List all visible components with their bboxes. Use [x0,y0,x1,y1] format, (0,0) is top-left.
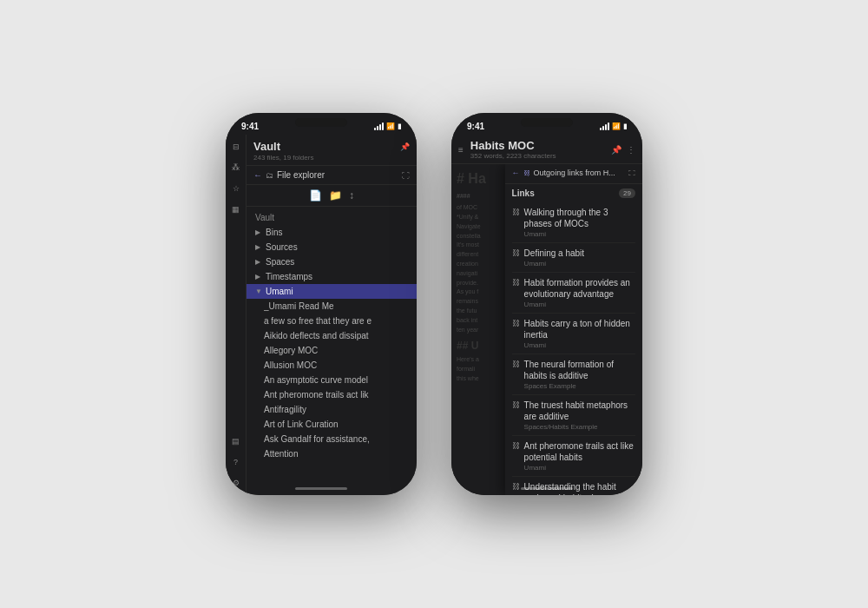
chevron-sources: ▶ [255,243,262,251]
wifi-icon: 📶 [386,122,395,130]
pin-icon[interactable]: 📌 [400,142,410,151]
moc-more-icon[interactable]: ⋮ [627,145,635,155]
link-info-2: Habit formation provides an evolutionary… [524,277,635,308]
moc-actions: 📌 ⋮ [611,145,635,155]
link-item-1[interactable]: ⛓ Defining a habit Umami [512,243,635,273]
link-item-2[interactable]: ⛓ Habit formation provides an evolutiona… [512,273,635,314]
moc-menu-icon[interactable]: ≡ [458,145,464,155]
allegory-label: Allegory MOC [264,346,408,355]
tree-folder-umami[interactable]: ▼ Umami [247,284,417,299]
allusion-label: Allusion MOC [264,360,408,370]
tree-file-umami-readme[interactable]: _Umami Read Me [247,299,417,314]
links-list: ⛓ Walking through the 3 phases of MOCs U… [505,202,642,495]
links-back-row[interactable]: ← ⛓ Outgoing links from H... ⛶ [512,169,635,177]
link-chain-icon-3: ⛓ [512,319,520,349]
link-chain-icon-2: ⛓ [512,278,520,308]
sidebar-icon-gallery[interactable]: ▤ [229,434,243,448]
new-folder-button[interactable]: 📁 [329,189,342,202]
askgandalf-label: Ask Gandalf for assistance, [264,434,408,444]
phone-1: 9:41 📶 ▮ ⊟ ⁂ ☆ [226,113,417,495]
links-expand-icon[interactable]: ⛶ [628,169,635,177]
scene: 9:41 📶 ▮ ⊟ ⁂ ☆ [0,0,868,608]
sidebar-icon-layout[interactable]: ▦ [229,202,243,216]
sidebar-icon-help[interactable]: ? [229,455,243,469]
link-source-6: Umami [524,464,635,472]
umami-readme-label: _Umami Read Me [264,301,408,311]
attention-label: Attention [264,449,408,459]
link-title-3: Habits carry a ton of hidden inertia [524,318,635,340]
tree-vault-root: Vault [247,210,417,225]
status-bar-2: 9:41 📶 ▮ [451,113,642,135]
tree-file-asymptotic[interactable]: An asymptotic curve model [247,373,417,387]
links-chain-icon: ⛓ [523,169,530,177]
explorer-header: ← 🗂 File explorer ⛶ [247,166,417,185]
status-time-1: 9:41 [241,122,259,131]
link-chain-icon-5: ⛓ [512,400,520,431]
home-indicator-2 [521,487,573,490]
tree-folder-spaces[interactable]: ▶ Spaces [247,254,417,269]
link-item-3[interactable]: ⛓ Habits carry a ton of hidden inertia U… [512,314,635,354]
fewsofree-label: a few so free that they are e [264,316,408,326]
link-title-1: Defining a habit [524,248,635,259]
sidebar-icon-settings[interactable]: ⚙ [229,476,243,490]
link-chain-icon-6: ⛓ [512,441,520,472]
moc-pin-icon[interactable]: 📌 [611,145,621,155]
file-panel: Vault 📌 243 files, 19 folders ← 🗂 File e… [247,135,417,495]
links-section-label: Links [512,188,535,198]
new-note-button[interactable]: 📄 [309,189,322,202]
link-title-2: Habit formation provides an evolutionary… [524,277,635,300]
link-chain-icon-7: ⛓ [512,482,520,495]
link-source-1: Umami [524,260,635,268]
link-chain-icon-4: ⛓ [512,360,520,390]
link-source-0: Umami [524,230,635,238]
link-title-5: The truest habit metaphors are additive [524,400,635,422]
wifi-icon-2: 📶 [612,122,621,130]
folder-icon: 🗂 [266,171,273,180]
link-info-6: Ant pheromone trails act like potential … [524,440,635,472]
artoflink-label: Art of Link Curation [264,420,408,429]
sidebar-icon-graph[interactable]: ⁂ [229,161,243,175]
sources-label: Sources [266,242,408,252]
tree-file-allusion[interactable]: Allusion MOC [247,358,417,373]
sidebar-icon-search[interactable]: ⊟ [229,140,243,154]
link-title-4: The neural formation of habits is additi… [524,359,635,381]
tree-file-antifragility[interactable]: Antifragility [247,402,417,417]
phone2-content: # Ha #### of MOC *Unify & Navigate const… [451,164,642,495]
moc-title-section: Habits MOC 352 words, 2223 characters [470,139,604,160]
link-item-5[interactable]: ⛓ The truest habit metaphors are additiv… [512,395,635,436]
signal-icon-2 [600,122,609,130]
file-tree: Vault ▶ Bins ▶ Sources ▶ Spaces [247,207,417,495]
tree-folder-sources[interactable]: ▶ Sources [247,240,417,254]
timestamps-label: Timestamps [266,272,408,281]
link-item-6[interactable]: ⛓ Ant pheromone trails act like potentia… [512,436,635,477]
link-item-4[interactable]: ⛓ The neural formation of habits is addi… [512,354,635,395]
link-chain-icon-0: ⛓ [512,208,520,238]
link-info-3: Habits carry a ton of hidden inertia Uma… [524,318,635,349]
tree-file-aikido[interactable]: Aikido deflects and dissipat [247,328,417,343]
tree-file-allegory[interactable]: Allegory MOC [247,343,417,358]
link-item-7[interactable]: ⛓ Understanding the habit cycle and habi… [512,477,635,495]
status-icons-2: 📶 ▮ [600,122,627,130]
tree-file-ant[interactable]: Ant pheromone trails act lik [247,387,417,402]
ant-label: Ant pheromone trails act lik [264,390,408,400]
chevron-timestamps: ▶ [255,273,262,281]
tree-file-fewsofree[interactable]: a few so free that they are e [247,314,417,328]
link-source-3: Umami [524,341,635,349]
chevron-umami: ▼ [255,287,262,295]
tree-file-attention[interactable]: Attention [247,446,417,461]
sort-button[interactable]: ↕ [349,189,354,202]
vault-root-label: Vault [255,213,408,222]
tree-folder-bins[interactable]: ▶ Bins [247,225,417,240]
expand-icon[interactable]: ⛶ [402,171,410,180]
tree-folder-timestamps[interactable]: ▶ Timestamps [247,269,417,284]
link-item-0[interactable]: ⛓ Walking through the 3 phases of MOCs U… [512,202,635,243]
tree-file-askgandalf[interactable]: Ask Gandalf for assistance, [247,432,417,446]
back-icon[interactable]: ← [253,170,262,180]
home-indicator-1 [295,487,347,490]
bins-label: Bins [266,228,408,237]
sidebar-icon-bookmark[interactable]: ☆ [229,182,243,195]
new-file-toolbar: 📄 📁 ↕ [247,185,417,207]
link-title-0: Walking through the 3 phases of MOCs [524,207,635,229]
tree-file-artoflink[interactable]: Art of Link Curation [247,417,417,432]
chevron-bins: ▶ [255,228,262,236]
